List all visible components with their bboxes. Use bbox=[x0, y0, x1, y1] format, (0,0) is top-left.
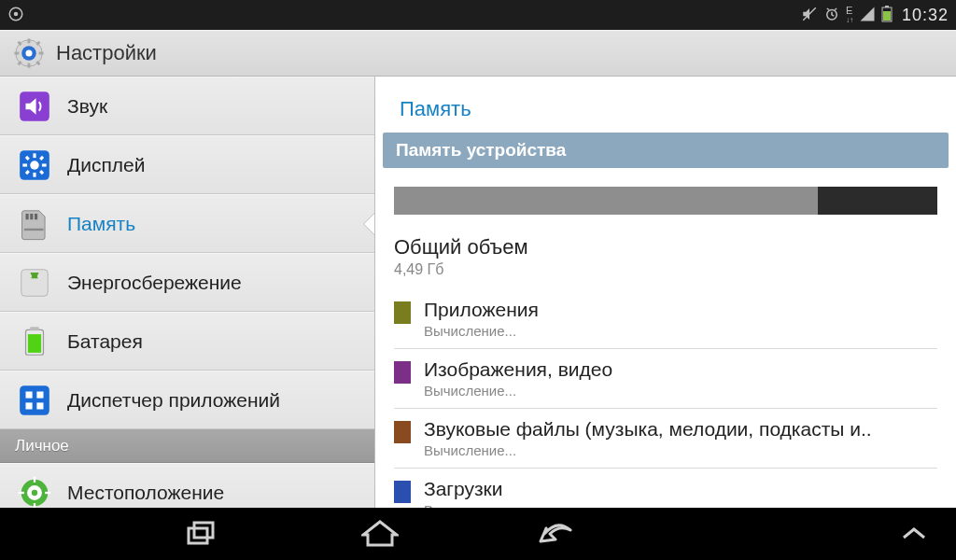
gear-square-icon bbox=[15, 146, 54, 185]
category-subtitle: Вычисление... bbox=[424, 383, 937, 399]
apps-grid-icon bbox=[15, 381, 54, 420]
svg-rect-36 bbox=[28, 334, 41, 353]
storage-panel: Память Память устройства Общий объем 4,4… bbox=[375, 77, 956, 508]
sidebar-item-storage[interactable]: Память bbox=[0, 194, 374, 253]
total-storage-value: 4,49 Гб bbox=[394, 261, 937, 278]
svg-rect-6 bbox=[883, 11, 891, 21]
sidebar-item-apps[interactable]: Диспетчер приложений bbox=[0, 371, 374, 429]
sidebar-category-personal: Личное bbox=[0, 429, 374, 463]
svg-rect-35 bbox=[30, 327, 39, 330]
svg-rect-39 bbox=[36, 391, 43, 398]
mute-icon bbox=[801, 6, 818, 25]
svg-rect-32 bbox=[24, 228, 44, 230]
color-swatch bbox=[394, 421, 411, 443]
storage-free-segment bbox=[818, 187, 937, 215]
battery-icon bbox=[881, 6, 893, 25]
svg-rect-49 bbox=[189, 528, 207, 543]
category-subtitle: Вычисление... bbox=[424, 323, 937, 339]
location-icon bbox=[15, 473, 54, 509]
color-swatch bbox=[394, 301, 411, 324]
panel-title: Память bbox=[375, 77, 956, 133]
svg-rect-12 bbox=[39, 51, 44, 54]
sidebar-item-label: Диспетчер приложений bbox=[67, 389, 359, 412]
recycle-icon bbox=[15, 263, 54, 302]
storage-usage-bar[interactable] bbox=[375, 168, 956, 226]
storage-used-segment bbox=[394, 187, 818, 215]
category-title: Изображения, видео bbox=[424, 358, 937, 381]
network-type-label: E↓↑ bbox=[846, 7, 853, 24]
sidebar-item-power[interactable]: Энергосбережение bbox=[0, 253, 374, 312]
total-storage-row[interactable]: Общий объем 4,49 Гб bbox=[375, 226, 956, 289]
svg-point-1 bbox=[14, 11, 19, 16]
storage-category-row[interactable]: ЗагрузкиВычисление... bbox=[375, 469, 956, 508]
svg-point-17 bbox=[25, 49, 32, 56]
svg-point-20 bbox=[30, 161, 39, 170]
category-title: Приложения bbox=[424, 299, 937, 321]
speaker-icon bbox=[15, 87, 54, 126]
storage-category-row[interactable]: Изображения, видеоВычисление... bbox=[375, 349, 956, 408]
category-title: Загрузки bbox=[424, 478, 937, 500]
back-button[interactable] bbox=[534, 515, 581, 553]
color-swatch bbox=[394, 481, 411, 503]
sidebar-item-location[interactable]: Местоположение bbox=[0, 463, 374, 508]
storage-category-row[interactable]: ПриложенияВычисление... bbox=[375, 289, 956, 348]
category-title: Звуковые файлы (музыка, мелодии, подкаст… bbox=[424, 418, 937, 441]
title-bar: Настройки bbox=[0, 30, 956, 77]
settings-sidebar[interactable]: ЗвукДисплейПамятьЭнергосбережениеБатарея… bbox=[0, 77, 375, 508]
recent-apps-button[interactable] bbox=[179, 515, 226, 553]
status-time: 10:32 bbox=[902, 6, 949, 25]
color-swatch bbox=[394, 361, 411, 384]
svg-rect-23 bbox=[22, 163, 27, 166]
system-nav-bar bbox=[0, 508, 956, 560]
sidebar-item-label: Энергосбережение bbox=[67, 272, 359, 294]
svg-rect-11 bbox=[14, 51, 19, 54]
sidebar-item-label: Батарея bbox=[67, 330, 359, 353]
svg-rect-40 bbox=[26, 402, 33, 409]
sidebar-item-label: Звук bbox=[67, 95, 359, 118]
alarm-icon bbox=[823, 6, 840, 25]
svg-point-44 bbox=[32, 489, 37, 495]
svg-rect-21 bbox=[33, 153, 35, 158]
svg-rect-41 bbox=[36, 402, 43, 409]
svg-rect-10 bbox=[28, 63, 31, 67]
svg-rect-22 bbox=[33, 172, 35, 176]
svg-rect-30 bbox=[30, 213, 33, 218]
sidebar-item-display[interactable]: Дисплей bbox=[0, 135, 374, 194]
sidebar-item-sound[interactable]: Звук bbox=[0, 77, 374, 135]
svg-rect-9 bbox=[28, 38, 31, 43]
svg-rect-38 bbox=[26, 391, 33, 398]
sidebar-item-label: Местоположение bbox=[67, 482, 359, 504]
svg-rect-50 bbox=[194, 523, 213, 538]
expand-button[interactable] bbox=[891, 515, 937, 553]
svg-rect-24 bbox=[42, 163, 47, 166]
sd-card-icon bbox=[15, 204, 54, 244]
sidebar-item-label: Дисплей bbox=[67, 154, 359, 176]
svg-rect-29 bbox=[26, 213, 29, 218]
signal-icon bbox=[859, 6, 876, 25]
category-subtitle: Вычисление... bbox=[424, 442, 937, 458]
svg-rect-31 bbox=[35, 213, 37, 218]
svg-rect-37 bbox=[20, 385, 49, 415]
svg-rect-5 bbox=[885, 6, 889, 7]
settings-gear-icon bbox=[13, 37, 45, 69]
page-title: Настройки bbox=[56, 41, 157, 65]
status-app-icon bbox=[7, 6, 24, 25]
device-storage-header: Память устройства bbox=[383, 133, 949, 168]
storage-category-row[interactable]: Звуковые файлы (музыка, мелодии, подкаст… bbox=[375, 409, 956, 468]
sidebar-item-label: Память bbox=[67, 213, 359, 235]
total-storage-label: Общий объем bbox=[394, 235, 937, 259]
category-subtitle: Вычисление... bbox=[424, 502, 937, 508]
home-button[interactable] bbox=[357, 515, 403, 553]
sidebar-item-battery[interactable]: Батарея bbox=[0, 312, 374, 371]
status-bar: E↓↑ 10:32 bbox=[0, 0, 956, 30]
battery-icon bbox=[15, 322, 54, 361]
